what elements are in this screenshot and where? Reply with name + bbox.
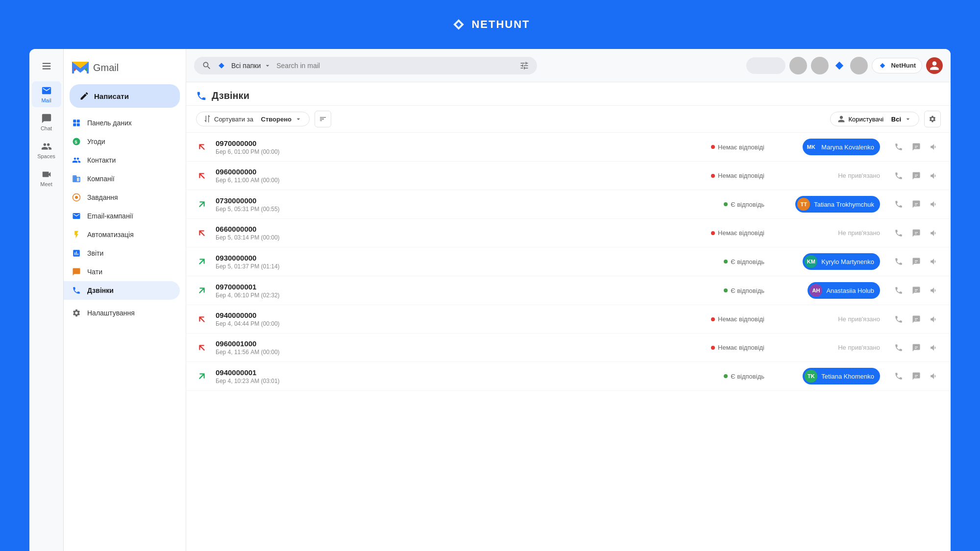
table-row[interactable]: 0960001000 Бер 4, 11:56 AM (00:00) Немає…	[186, 334, 951, 362]
call-action-1[interactable]	[892, 197, 906, 211]
call-action-1[interactable]	[892, 312, 906, 326]
call-action-2[interactable]	[909, 369, 923, 383]
call-action-2[interactable]	[909, 197, 923, 211]
table-row[interactable]: 0970000001 Бер 4, 06:10 PM (02:32) Є від…	[186, 276, 951, 305]
assignee-name: Kyrylo Martynenko	[821, 258, 874, 265]
filter-sliders-icon[interactable]	[519, 61, 529, 71]
companies-icon	[72, 174, 81, 184]
nethunt-button[interactable]: NetHunt	[872, 58, 922, 73]
status-text: Немає відповіді	[718, 144, 764, 151]
sidebar-item-chat[interactable]: Chat	[32, 109, 61, 135]
sidebar-item-mail[interactable]: Mail	[32, 81, 61, 107]
status-dot	[724, 260, 728, 264]
status-dot	[711, 317, 715, 321]
call-action-volume[interactable]	[927, 140, 941, 154]
call-direction-icon	[196, 342, 208, 354]
users-filter-button[interactable]: Користувачі Всі	[830, 112, 919, 126]
circle-action-2[interactable]	[811, 57, 829, 74]
nav-item-deals[interactable]: $ Угоди	[64, 132, 180, 151]
table-row[interactable]: 0970000000 Бер 6, 01:00 PM (00:00) Немає…	[186, 133, 951, 162]
nav-companies-label: Компанії	[87, 175, 115, 183]
nav-item-reports[interactable]: Звіти	[64, 244, 180, 263]
call-action-1[interactable]	[892, 284, 906, 297]
call-action-volume[interactable]	[927, 312, 941, 326]
call-action-2[interactable]	[909, 255, 923, 268]
call-action-2[interactable]	[909, 140, 923, 154]
call-action-1[interactable]	[892, 341, 906, 355]
assignee-section: Не прив'язано	[772, 315, 880, 323]
compose-button[interactable]: Написати	[70, 84, 180, 108]
svg-rect-3	[73, 120, 76, 122]
sidebar-menu-button[interactable]	[32, 57, 61, 75]
call-action-volume[interactable]	[927, 226, 941, 240]
nav-item-contacts[interactable]: Контакти	[64, 151, 180, 169]
call-action-1[interactable]	[892, 169, 906, 183]
table-row[interactable]: 0730000000 Бер 5, 05:31 PM (00:55) Є від…	[186, 190, 951, 219]
table-row[interactable]: 0930000000 Бер 5, 01:37 PM (01:14) Є від…	[186, 247, 951, 276]
sort-section: Сортувати за Створено	[196, 111, 331, 127]
call-action-volume[interactable]	[927, 369, 941, 383]
call-action-volume[interactable]	[927, 284, 941, 297]
svg-rect-4	[77, 120, 80, 122]
chat-icon	[41, 113, 52, 124]
call-number: 0940000001	[216, 368, 678, 377]
sort-button[interactable]: Сортувати за Створено	[196, 112, 310, 126]
search-input[interactable]	[276, 62, 514, 70]
table-row[interactable]: 0960000000 Бер 6, 11:00 AM (00:00) Немає…	[186, 162, 951, 190]
assignee-section: AH Anastasiia Holub	[772, 282, 880, 299]
incoming-missed-arrow-icon	[196, 314, 207, 325]
call-action-volume[interactable]	[927, 169, 941, 183]
call-action-2[interactable]	[909, 312, 923, 326]
call-action-1[interactable]	[892, 140, 906, 154]
call-direction-icon	[196, 313, 208, 325]
nav-item-automation[interactable]: Автоматизація	[64, 225, 180, 244]
call-action-volume[interactable]	[927, 255, 941, 268]
nav-item-settings[interactable]: Налаштування	[64, 304, 186, 322]
call-action-1[interactable]	[892, 369, 906, 383]
nav-chats-label: Чати	[87, 268, 102, 276]
nav-item-panel[interactable]: Панель даних	[64, 114, 180, 132]
folder-label: Всі папки	[231, 62, 261, 70]
status-dot	[711, 346, 715, 350]
top-right-actions: NetHunt	[746, 57, 943, 74]
sidebar-item-spaces[interactable]: Spaces	[32, 137, 61, 163]
status-dot	[711, 231, 715, 235]
status-text: Є відповідь	[731, 287, 764, 294]
call-status: Немає відповіді	[686, 344, 764, 351]
call-action-2[interactable]	[909, 169, 923, 183]
outgoing-arrow-icon	[196, 371, 207, 382]
call-actions	[892, 255, 941, 268]
table-row[interactable]: 0940000000 Бер 4, 04:44 PM (00:00) Немає…	[186, 305, 951, 334]
nav-item-email-campaigns[interactable]: Email-кампанії	[64, 207, 180, 225]
table-row[interactable]: 0660000000 Бер 5, 03:14 PM (00:00) Немає…	[186, 219, 951, 247]
sidebar-item-meet[interactable]: Meet	[32, 165, 61, 191]
nav-item-tasks[interactable]: Завдання	[64, 188, 180, 207]
call-actions	[892, 140, 941, 154]
nav-item-calls[interactable]: Дзвінки	[64, 281, 180, 300]
folder-select[interactable]: Всі папки	[231, 62, 271, 70]
circle-action-1[interactable]	[789, 57, 807, 74]
call-action-volume[interactable]	[927, 341, 941, 355]
nav-item-chats[interactable]: Чати	[64, 263, 180, 281]
assignee-avatar: AH	[809, 284, 822, 297]
call-action-1[interactable]	[892, 255, 906, 268]
no-assignee-label: Не прив'язано	[838, 229, 880, 237]
user-avatar[interactable]	[926, 57, 943, 74]
assignee-avatar: KM	[805, 255, 817, 268]
call-action-1[interactable]	[892, 226, 906, 240]
circle-action-3[interactable]	[850, 57, 868, 74]
nav-calls-label: Дзвінки	[87, 287, 114, 294]
status-dot	[711, 145, 715, 149]
call-direction-icon	[196, 227, 208, 239]
call-action-2[interactable]	[909, 226, 923, 240]
table-settings-button[interactable]	[924, 111, 941, 127]
call-action-2[interactable]	[909, 341, 923, 355]
table-row[interactable]: 0940000001 Бер 4, 10:23 AM (03:01) Є від…	[186, 362, 951, 391]
assignee-avatar: MK	[805, 141, 817, 153]
nav-settings-label: Налаштування	[87, 309, 135, 317]
nav-item-companies[interactable]: Компанії	[64, 169, 180, 188]
assignee-name: Tatiana Trokhymchuk	[814, 201, 874, 208]
call-action-2[interactable]	[909, 284, 923, 297]
call-action-volume[interactable]	[927, 197, 941, 211]
filter-icon-button[interactable]	[315, 111, 331, 127]
